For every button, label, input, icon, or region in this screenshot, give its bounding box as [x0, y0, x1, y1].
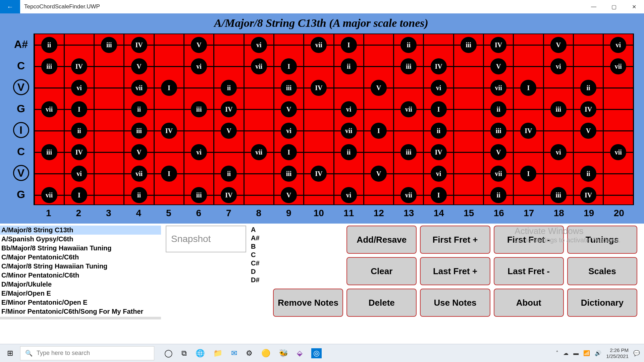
fret-note[interactable]: I: [71, 101, 87, 117]
fret-note[interactable]: I: [520, 80, 536, 96]
visual-studio-icon[interactable]: ⬙: [297, 349, 303, 358]
edge-icon[interactable]: 🌐: [196, 349, 205, 358]
fret-note[interactable]: I: [161, 166, 177, 182]
fret-note[interactable]: ii: [221, 80, 237, 96]
start-button[interactable]: ⊞: [0, 349, 20, 358]
delete-button[interactable]: Delete: [346, 289, 417, 317]
fret-note[interactable]: IV: [490, 37, 506, 53]
fret-note[interactable]: vii: [610, 58, 626, 74]
mail-icon[interactable]: ✉: [231, 349, 237, 358]
fret-note[interactable]: ii: [41, 37, 57, 53]
fret-note[interactable]: vii: [131, 166, 147, 182]
first-fret-minus-button[interactable]: First Fret -: [494, 226, 564, 254]
last-fret-minus-button[interactable]: Last Fret -: [494, 257, 564, 285]
fret-note[interactable]: IV: [131, 37, 147, 53]
fret-note[interactable]: ii: [71, 123, 87, 139]
fret-note[interactable]: vi: [71, 166, 87, 182]
fret-note[interactable]: I: [431, 101, 447, 117]
fret-note[interactable]: IV: [161, 123, 177, 139]
fret-note[interactable]: vi: [431, 166, 447, 182]
scales-button[interactable]: Scales: [567, 257, 637, 285]
wifi-icon[interactable]: 📶: [583, 350, 590, 356]
remove-notes-button[interactable]: Remove Notes: [273, 289, 343, 317]
fret-note[interactable]: V: [490, 58, 506, 74]
fret-note[interactable]: vi: [281, 123, 297, 139]
fret-note[interactable]: ii: [131, 187, 147, 203]
snapshot-input[interactable]: Snapshot: [166, 226, 246, 252]
preset-item[interactable]: Bb/Major/8 String Hawaiian Tuning: [0, 244, 161, 253]
onedrive-icon[interactable]: ☁: [563, 350, 569, 356]
fret-note[interactable]: IV: [431, 144, 447, 160]
fret-note[interactable]: vi: [610, 37, 626, 53]
chrome-icon[interactable]: 🟡: [261, 349, 270, 358]
note-item[interactable]: A: [251, 226, 270, 234]
fret-note[interactable]: ii: [580, 166, 596, 182]
dictionary-button[interactable]: Dictionary: [567, 289, 637, 317]
fret-note[interactable]: V: [131, 58, 147, 74]
scrollbar[interactable]: [0, 317, 161, 319]
fret-note[interactable]: vi: [550, 58, 567, 74]
fret-note[interactable]: IV: [311, 166, 327, 182]
fret-note[interactable]: vii: [131, 80, 147, 96]
fret-note[interactable]: IV: [71, 144, 87, 160]
clock[interactable]: 2:26 PM 1/25/2021: [606, 347, 629, 359]
fret-note[interactable]: vi: [191, 144, 207, 160]
fret-note[interactable]: I: [520, 166, 536, 182]
note-item[interactable]: C: [251, 251, 270, 259]
preset-item[interactable]: E/Minor Pentatonic/Open E: [0, 298, 161, 307]
battery-icon[interactable]: ▬: [573, 350, 579, 356]
note-item[interactable]: C#: [251, 259, 270, 267]
note-item[interactable]: B: [251, 242, 270, 251]
add-resave-button[interactable]: Add/Resave: [346, 226, 417, 254]
fret-note[interactable]: iii: [550, 187, 567, 203]
app-icon-2[interactable]: ◎: [311, 348, 322, 358]
clear-button[interactable]: Clear: [346, 257, 417, 285]
fret-note[interactable]: V: [131, 144, 147, 160]
fret-note[interactable]: IV: [580, 187, 596, 203]
fretboard[interactable]: iiiiiIVVviviiIiiiiiIVVviiiiIVVviviiIiiii…: [34, 34, 634, 205]
fret-note[interactable]: ii: [490, 101, 506, 117]
fret-note[interactable]: iii: [461, 37, 477, 53]
back-button[interactable]: ←: [0, 0, 20, 13]
fret-note[interactable]: ii: [400, 37, 417, 53]
fret-note[interactable]: vii: [490, 166, 506, 182]
fret-note[interactable]: V: [191, 37, 207, 53]
fret-note[interactable]: V: [281, 101, 297, 117]
fret-note[interactable]: IV: [221, 187, 237, 203]
tray-chevron-icon[interactable]: ˄: [556, 350, 558, 356]
fret-note[interactable]: iii: [131, 123, 147, 139]
fret-note[interactable]: IV: [221, 101, 237, 117]
fret-note[interactable]: vii: [400, 101, 417, 117]
fret-note[interactable]: iii: [101, 37, 117, 53]
preset-item[interactable]: D/Major/Ukulele: [0, 280, 161, 289]
fret-note[interactable]: iii: [281, 166, 297, 182]
fret-note[interactable]: I: [161, 80, 177, 96]
fret-note[interactable]: V: [550, 37, 567, 53]
minimize-button[interactable]: —: [584, 0, 604, 13]
use-notes-button[interactable]: Use Notes: [420, 289, 490, 317]
preset-item[interactable]: F/Minor Pentatonic/C6th/Song For My Fath…: [0, 307, 161, 316]
close-button[interactable]: ✕: [624, 0, 644, 13]
preset-item[interactable]: A/Major/8 String C13th: [0, 226, 161, 235]
fret-note[interactable]: I: [71, 187, 87, 203]
fret-note[interactable]: I: [341, 37, 357, 53]
fret-note[interactable]: iii: [41, 58, 57, 74]
fret-note[interactable]: IV: [311, 80, 327, 96]
fret-note[interactable]: iii: [550, 101, 567, 117]
fret-note[interactable]: vi: [550, 144, 567, 160]
fret-note[interactable]: vii: [610, 144, 626, 160]
fret-note[interactable]: I: [281, 144, 297, 160]
fret-note[interactable]: vii: [251, 144, 267, 160]
fret-note[interactable]: IV: [71, 58, 87, 74]
fret-note[interactable]: vi: [191, 58, 207, 74]
fret-note[interactable]: vii: [400, 187, 417, 203]
cortana-icon[interactable]: ◯: [164, 349, 173, 358]
file-explorer-icon[interactable]: 📁: [213, 349, 222, 358]
fret-note[interactable]: V: [221, 123, 237, 139]
fret-note[interactable]: V: [371, 166, 387, 182]
notifications-icon[interactable]: 💬: [633, 350, 640, 356]
note-item[interactable]: D#: [251, 276, 270, 284]
fret-note[interactable]: iii: [400, 58, 417, 74]
preset-item[interactable]: C/Minor Pentatonic/C6th: [0, 271, 161, 280]
fret-note[interactable]: ii: [221, 166, 237, 182]
